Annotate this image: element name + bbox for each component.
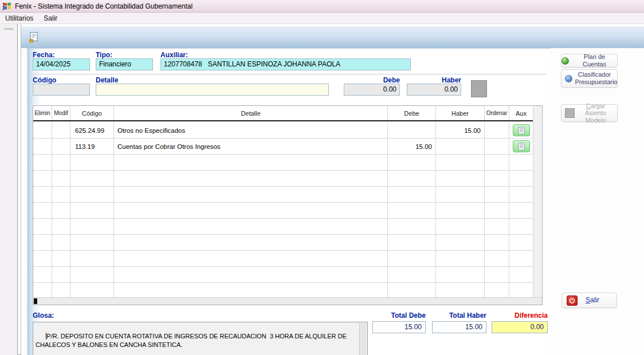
debe-label: Debe <box>344 76 400 84</box>
cell-codigo <box>70 251 114 267</box>
cell-modif <box>52 251 70 267</box>
clasificador-presupuestario-button[interactable]: Clasificador Presupuestario <box>561 69 618 88</box>
cell-ordenar <box>485 251 509 267</box>
cell-modif <box>52 155 70 171</box>
panel-grip-handle[interactable] <box>4 28 14 30</box>
cell-aux <box>509 283 533 298</box>
window-titlebar[interactable]: Fenix - Sistema Integrado de Contabilida… <box>0 0 644 13</box>
column-header-código[interactable]: Código <box>70 106 114 120</box>
cell-ordenar <box>485 283 509 298</box>
main-area: Fecha: 14/04/2025 Tipo: Financiero Auxil… <box>21 24 644 355</box>
cell-aux <box>509 139 533 155</box>
cell-elimin <box>33 203 52 219</box>
cell-modif <box>52 171 70 187</box>
detalle-input[interactable] <box>96 84 329 96</box>
column-header-elimin[interactable]: Elimin <box>33 106 52 120</box>
table-row[interactable]: 625.24.99Otros no Especificados15.00 <box>33 123 533 139</box>
table-vertical-scrollbar[interactable] <box>533 106 542 297</box>
cell-detalle <box>114 219 388 235</box>
cell-debe <box>388 267 436 283</box>
detalle-label: Detalle <box>96 76 118 84</box>
cell-modif <box>52 235 70 251</box>
cell-codigo: 625.24.99 <box>70 123 114 139</box>
table-horizontal-scrollbar[interactable] <box>33 297 542 305</box>
total-haber-label: Total Haber <box>432 311 486 320</box>
entry-panel: Fecha: 14/04/2025 Tipo: Financiero Auxil… <box>27 48 551 355</box>
cell-elimin <box>33 219 52 235</box>
menu-bar: Utilitarios Salir <box>0 13 644 24</box>
column-header-detalle[interactable]: Detalle <box>114 106 388 120</box>
blue-sphere-icon <box>565 75 572 82</box>
cell-ordenar <box>485 171 509 187</box>
cell-debe <box>388 187 436 203</box>
column-header-debe[interactable]: Debe <box>388 106 436 120</box>
collapsed-side-panel[interactable] <box>0 24 18 355</box>
cell-debe <box>388 171 436 187</box>
cell-haber: 15.00 <box>436 123 485 139</box>
cell-haber <box>436 235 485 251</box>
cell-modif <box>52 203 70 219</box>
diferencia-value: 0.00 <box>492 321 548 333</box>
fecha-input[interactable]: 14/04/2025 <box>33 58 90 70</box>
cell-codigo <box>70 155 114 171</box>
cell-debe: 15.00 <box>388 139 436 155</box>
haber-input[interactable]: 0.00 <box>407 84 461 96</box>
cell-detalle: Otros no Especificados <box>114 123 388 139</box>
cell-elimin <box>33 139 52 155</box>
cell-modif <box>52 219 70 235</box>
menu-salir[interactable]: Salir <box>38 13 62 23</box>
cell-haber <box>436 171 485 187</box>
salir-button[interactable]: Salir <box>561 293 617 308</box>
salir-label: Salir <box>586 297 599 305</box>
cell-elimin <box>33 251 52 267</box>
plan-de-cuentas-label: Plan de Cuentas <box>572 53 617 68</box>
horizontal-scrollbar-thumb[interactable] <box>34 298 37 304</box>
cell-ordenar <box>485 235 509 251</box>
tipo-input[interactable]: Financiero <box>96 58 153 70</box>
column-header-aux[interactable]: Aux <box>509 106 533 120</box>
cell-modif <box>52 139 70 155</box>
column-header-modif[interactable]: Modif <box>52 106 70 120</box>
clasificador-label: Clasificador Presupuestario <box>575 71 614 85</box>
table-row <box>33 219 533 235</box>
column-header-ordenar[interactable]: Ordenar <box>485 106 509 120</box>
glosa-text: P/R. DEPOSITO EN CUENTA ROTATIVA DE INGR… <box>36 333 348 348</box>
table-row <box>33 187 533 203</box>
cargar-asiento-modelo-button[interactable]: Cargar Asiento Modelo <box>561 104 618 122</box>
table-row <box>33 267 533 283</box>
cell-haber <box>436 219 485 235</box>
menu-utilitarios[interactable]: Utilitarios <box>0 13 38 23</box>
aux-detail-button[interactable] <box>513 140 530 152</box>
cell-detalle <box>114 283 388 298</box>
cell-detalle <box>114 251 388 267</box>
cell-modif <box>52 267 70 283</box>
auxiliar-label: Auxiliar: <box>160 51 188 59</box>
table-row <box>33 203 533 219</box>
column-header-haber[interactable]: Haber <box>436 106 485 120</box>
new-entry-toolbar-button[interactable] <box>26 30 41 45</box>
cell-debe <box>388 219 436 235</box>
cell-ordenar <box>485 219 509 235</box>
cell-ordenar <box>485 123 509 139</box>
glosa-textarea[interactable]: P/R. DEPOSITO EN CUENTA ROTATIVA DE INGR… <box>33 322 368 355</box>
cell-haber <box>436 139 485 155</box>
auxiliar-input[interactable]: 1207708478 SANTILLAN ESPINOZA JOHANNA PA… <box>160 58 411 70</box>
total-haber-value: 15.00 <box>432 321 486 333</box>
cell-modif <box>52 283 70 298</box>
cell-debe <box>388 283 436 298</box>
codigo-label: Código <box>33 76 56 84</box>
plan-de-cuentas-button[interactable]: Plan de Cuentas <box>561 54 618 68</box>
add-entry-button[interactable] <box>471 80 487 97</box>
cell-aux <box>509 171 533 187</box>
aux-detail-button[interactable] <box>513 124 530 136</box>
window-title: Fenix - Sistema Integrado de Contabilida… <box>15 2 193 10</box>
debe-input[interactable]: 0.00 <box>344 84 400 96</box>
table-row[interactable]: 113.19Cuentas por Cobrar Otros Ingresos1… <box>33 139 533 155</box>
cell-codigo <box>70 219 114 235</box>
power-icon <box>567 295 578 306</box>
glosa-scrollbar[interactable] <box>359 323 367 355</box>
application-window: { "window": { "title": "Fenix - Sistema … <box>0 0 644 355</box>
cell-elimin <box>33 187 52 203</box>
codigo-input[interactable] <box>33 84 90 96</box>
cell-aux <box>509 251 533 267</box>
